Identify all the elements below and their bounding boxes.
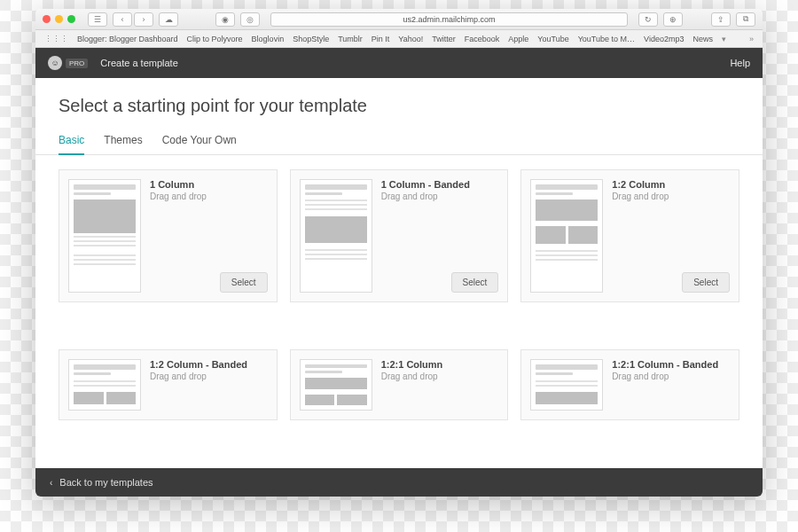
template-title: 1 Column - Banded <box>381 179 499 190</box>
forward-button[interactable]: › <box>134 12 153 27</box>
window-controls <box>43 15 75 23</box>
bookmark-item[interactable]: Clip to Polyvore <box>187 35 243 43</box>
tab-basic[interactable]: Basic <box>59 129 84 155</box>
template-title: 1:2 Column <box>612 179 730 190</box>
bookmark-item[interactable]: YouTube to M… <box>578 35 635 43</box>
bookmark-item[interactable]: Bloglovin <box>252 35 285 43</box>
template-thumbnail <box>300 359 372 411</box>
address-bar[interactable]: us2.admin.mailchimp.com <box>270 12 628 27</box>
bookmark-item[interactable]: Facebook <box>465 35 500 43</box>
pinterest-ext-icon[interactable]: ◉ <box>215 12 235 27</box>
chevron-left-icon: ‹ <box>50 478 52 488</box>
template-thumbnail <box>68 359 141 411</box>
template-grid: 1 Column Drag and drop Select 1 Column -… <box>35 155 763 468</box>
app-header: ☺ PRO Create a template Help <box>35 48 763 78</box>
page-title: Select a starting point for your templat… <box>35 78 763 129</box>
tabs-button[interactable]: ⧉ <box>736 12 755 27</box>
bookmark-item[interactable]: Yahoo! <box>398 35 423 43</box>
bookmark-item[interactable]: News <box>692 35 713 43</box>
apps-icon[interactable]: ⋮⋮⋮ <box>44 35 68 43</box>
app-footer: ‹ Back to my templates <box>35 468 763 497</box>
downloads-button[interactable]: ⊕ <box>663 12 683 27</box>
template-title: 1 Column <box>150 179 268 190</box>
select-button[interactable]: Select <box>220 272 268 293</box>
template-subtitle: Drag and drop <box>612 372 730 381</box>
reader-button[interactable]: ↻ <box>638 12 658 27</box>
bookmark-item[interactable]: Apple <box>508 35 528 43</box>
template-card: 1:2 Column - Banded Drag and drop <box>59 349 278 420</box>
template-card: 1:2:1 Column - Banded Drag and drop <box>520 349 739 420</box>
bookmarks-bar: ⋮⋮⋮ Blogger: Blogger Dashboard Clip to P… <box>35 30 763 48</box>
bookmark-item[interactable]: Blogger: Blogger Dashboard <box>77 35 178 43</box>
template-subtitle: Drag and drop <box>381 192 499 201</box>
header-title: Create a template <box>100 58 177 68</box>
extension-icon[interactable]: ◎ <box>240 12 260 27</box>
template-card: 1 Column - Banded Drag and drop Select <box>290 169 509 302</box>
tabs: Basic Themes Code Your Own <box>35 129 763 155</box>
pro-badge: PRO <box>66 59 88 68</box>
page-content: Select a starting point for your templat… <box>35 78 763 468</box>
template-thumbnail <box>300 179 372 293</box>
zoom-icon[interactable] <box>67 15 75 23</box>
bookmark-item[interactable]: Video2mp3 <box>644 35 684 43</box>
template-title: 1:2:1 Column - Banded <box>612 359 730 370</box>
template-subtitle: Drag and drop <box>150 372 268 381</box>
url-text: us2.admin.mailchimp.com <box>403 15 495 24</box>
template-subtitle: Drag and drop <box>612 192 730 201</box>
tab-themes[interactable]: Themes <box>104 129 142 154</box>
bookmark-item[interactable]: ShopStyle <box>293 35 329 43</box>
titlebar: ☰ ‹ › ☁ ◉ ◎ us2.admin.mailchimp.com ↻ ⊕ … <box>35 9 763 30</box>
template-thumbnail <box>530 359 603 411</box>
bookmarks-overflow-icon[interactable]: » <box>749 35 754 43</box>
close-icon[interactable] <box>43 15 51 23</box>
template-thumbnail <box>68 179 141 293</box>
icloud-tabs-button[interactable]: ☁ <box>159 12 178 27</box>
help-link[interactable]: Help <box>730 58 750 68</box>
template-subtitle: Drag and drop <box>150 192 268 201</box>
back-button[interactable]: ‹ <box>113 12 132 27</box>
logo[interactable]: ☺ PRO <box>48 56 88 70</box>
template-title: 1:2 Column - Banded <box>150 359 268 370</box>
sidebar-toggle-button[interactable]: ☰ <box>88 12 107 27</box>
bookmark-item[interactable]: Tumblr <box>338 35 363 43</box>
template-card: 1:2:1 Column Drag and drop <box>290 349 509 420</box>
select-button[interactable]: Select <box>451 272 499 293</box>
bookmark-item[interactable]: Twitter <box>432 35 456 43</box>
template-thumbnail <box>530 179 603 293</box>
minimize-icon[interactable] <box>55 15 63 23</box>
tab-code-your-own[interactable]: Code Your Own <box>162 129 237 154</box>
select-button[interactable]: Select <box>682 272 730 293</box>
bookmark-item[interactable]: YouTube <box>537 35 568 43</box>
template-card: 1:2 Column Drag and drop Select <box>520 169 739 302</box>
mailchimp-logo-icon: ☺ <box>48 56 62 70</box>
bookmark-item[interactable]: Pin It <box>372 35 390 43</box>
browser-window: ☰ ‹ › ☁ ◉ ◎ us2.admin.mailchimp.com ↻ ⊕ … <box>35 9 763 497</box>
template-subtitle: Drag and drop <box>381 372 499 381</box>
share-button[interactable]: ⇪ <box>711 12 731 27</box>
template-card: 1 Column Drag and drop Select <box>59 169 278 302</box>
back-link[interactable]: Back to my templates <box>59 477 153 488</box>
template-title: 1:2:1 Column <box>381 359 499 370</box>
